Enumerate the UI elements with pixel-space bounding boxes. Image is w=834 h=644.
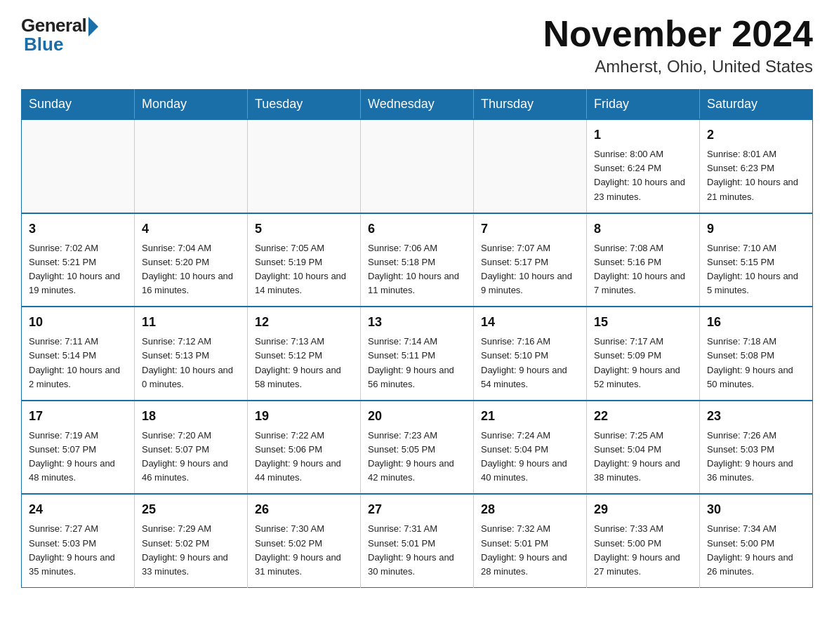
day-info: Sunrise: 7:31 AMSunset: 5:01 PMDaylight:…	[368, 522, 466, 579]
day-number: 2	[707, 126, 805, 145]
calendar-cell: 19Sunrise: 7:22 AMSunset: 5:06 PMDayligh…	[248, 401, 361, 495]
day-number: 30	[707, 500, 805, 519]
day-info: Sunrise: 7:04 AMSunset: 5:20 PMDaylight:…	[142, 241, 240, 298]
calendar-cell: 1Sunrise: 8:00 AMSunset: 6:24 PMDaylight…	[587, 119, 700, 213]
calendar-cell: 25Sunrise: 7:29 AMSunset: 5:02 PMDayligh…	[135, 494, 248, 587]
day-info: Sunrise: 7:19 AMSunset: 5:07 PMDaylight:…	[29, 429, 127, 485]
day-info: Sunrise: 7:33 AMSunset: 5:00 PMDaylight:…	[594, 522, 692, 579]
calendar-cell: 14Sunrise: 7:16 AMSunset: 5:10 PMDayligh…	[474, 307, 587, 401]
day-number: 10	[29, 313, 127, 332]
calendar-cell: 21Sunrise: 7:24 AMSunset: 5:04 PMDayligh…	[474, 401, 587, 495]
calendar-cell: 30Sunrise: 7:34 AMSunset: 5:00 PMDayligh…	[700, 494, 813, 587]
calendar-cell	[474, 119, 587, 213]
calendar-cell: 18Sunrise: 7:20 AMSunset: 5:07 PMDayligh…	[135, 401, 248, 495]
day-info: Sunrise: 8:00 AMSunset: 6:24 PMDaylight:…	[594, 147, 692, 204]
day-number: 6	[368, 220, 466, 239]
day-number: 18	[142, 407, 240, 426]
day-number: 23	[707, 407, 805, 426]
calendar-cell: 10Sunrise: 7:11 AMSunset: 5:14 PMDayligh…	[22, 307, 135, 401]
day-number: 20	[368, 407, 466, 426]
calendar-cell: 20Sunrise: 7:23 AMSunset: 5:05 PMDayligh…	[361, 401, 474, 495]
day-number: 12	[255, 313, 353, 332]
calendar-cell: 27Sunrise: 7:31 AMSunset: 5:01 PMDayligh…	[361, 494, 474, 587]
day-number: 14	[481, 313, 579, 332]
calendar-cell: 22Sunrise: 7:25 AMSunset: 5:04 PMDayligh…	[587, 401, 700, 495]
day-number: 24	[29, 500, 127, 519]
day-info: Sunrise: 7:22 AMSunset: 5:06 PMDaylight:…	[255, 429, 353, 485]
day-number: 5	[255, 220, 353, 239]
calendar-cell: 26Sunrise: 7:30 AMSunset: 5:02 PMDayligh…	[248, 494, 361, 587]
day-info: Sunrise: 7:30 AMSunset: 5:02 PMDaylight:…	[255, 522, 353, 579]
day-info: Sunrise: 7:14 AMSunset: 5:11 PMDaylight:…	[368, 335, 466, 391]
calendar-week-row: 10Sunrise: 7:11 AMSunset: 5:14 PMDayligh…	[22, 307, 813, 401]
day-info: Sunrise: 7:23 AMSunset: 5:05 PMDaylight:…	[368, 429, 466, 485]
day-info: Sunrise: 7:02 AMSunset: 5:21 PMDaylight:…	[29, 241, 127, 298]
day-info: Sunrise: 7:29 AMSunset: 5:02 PMDaylight:…	[142, 522, 240, 579]
calendar-week-row: 24Sunrise: 7:27 AMSunset: 5:03 PMDayligh…	[22, 494, 813, 587]
day-number: 27	[368, 500, 466, 519]
weekday-header-wednesday: Wednesday	[361, 90, 474, 120]
day-number: 25	[142, 500, 240, 519]
calendar-cell	[361, 119, 474, 213]
day-info: Sunrise: 7:20 AMSunset: 5:07 PMDaylight:…	[142, 429, 240, 485]
day-number: 19	[255, 407, 353, 426]
calendar-cell: 5Sunrise: 7:05 AMSunset: 5:19 PMDaylight…	[248, 213, 361, 307]
calendar-cell: 13Sunrise: 7:14 AMSunset: 5:11 PMDayligh…	[361, 307, 474, 401]
day-number: 29	[594, 500, 692, 519]
day-number: 15	[594, 313, 692, 332]
weekday-header-monday: Monday	[135, 90, 248, 120]
calendar-cell: 11Sunrise: 7:12 AMSunset: 5:13 PMDayligh…	[135, 307, 248, 401]
calendar-cell: 17Sunrise: 7:19 AMSunset: 5:07 PMDayligh…	[22, 401, 135, 495]
calendar-week-row: 3Sunrise: 7:02 AMSunset: 5:21 PMDaylight…	[22, 213, 813, 307]
calendar-week-row: 1Sunrise: 8:00 AMSunset: 6:24 PMDaylight…	[22, 119, 813, 213]
calendar-cell: 4Sunrise: 7:04 AMSunset: 5:20 PMDaylight…	[135, 213, 248, 307]
day-number: 28	[481, 500, 579, 519]
weekday-header-row: SundayMondayTuesdayWednesdayThursdayFrid…	[22, 90, 813, 120]
day-number: 16	[707, 313, 805, 332]
calendar-cell: 15Sunrise: 7:17 AMSunset: 5:09 PMDayligh…	[587, 307, 700, 401]
logo: General Blue	[21, 14, 98, 55]
page-header: General Blue November 2024 Amherst, Ohio…	[21, 14, 813, 76]
day-info: Sunrise: 7:27 AMSunset: 5:03 PMDaylight:…	[29, 522, 127, 579]
day-info: Sunrise: 7:32 AMSunset: 5:01 PMDaylight:…	[481, 522, 579, 579]
calendar-header: SundayMondayTuesdayWednesdayThursdayFrid…	[22, 90, 813, 120]
calendar-cell: 7Sunrise: 7:07 AMSunset: 5:17 PMDaylight…	[474, 213, 587, 307]
calendar-cell	[248, 119, 361, 213]
day-info: Sunrise: 7:17 AMSunset: 5:09 PMDaylight:…	[594, 335, 692, 391]
day-info: Sunrise: 7:26 AMSunset: 5:03 PMDaylight:…	[707, 429, 805, 485]
weekday-header-friday: Friday	[587, 90, 700, 120]
title-block: November 2024 Amherst, Ohio, United Stat…	[543, 14, 813, 76]
calendar-table: SundayMondayTuesdayWednesdayThursdayFrid…	[21, 89, 813, 588]
calendar-cell: 6Sunrise: 7:06 AMSunset: 5:18 PMDaylight…	[361, 213, 474, 307]
day-number: 4	[142, 220, 240, 239]
calendar-body: 1Sunrise: 8:00 AMSunset: 6:24 PMDaylight…	[22, 119, 813, 587]
calendar-week-row: 17Sunrise: 7:19 AMSunset: 5:07 PMDayligh…	[22, 401, 813, 495]
calendar-cell: 3Sunrise: 7:02 AMSunset: 5:21 PMDaylight…	[22, 213, 135, 307]
day-info: Sunrise: 7:11 AMSunset: 5:14 PMDaylight:…	[29, 335, 127, 391]
day-number: 22	[594, 407, 692, 426]
weekday-header-saturday: Saturday	[700, 90, 813, 120]
day-number: 21	[481, 407, 579, 426]
weekday-header-tuesday: Tuesday	[248, 90, 361, 120]
day-info: Sunrise: 7:24 AMSunset: 5:04 PMDaylight:…	[481, 429, 579, 485]
day-number: 3	[29, 220, 127, 239]
calendar-cell: 29Sunrise: 7:33 AMSunset: 5:00 PMDayligh…	[587, 494, 700, 587]
weekday-header-thursday: Thursday	[474, 90, 587, 120]
day-number: 26	[255, 500, 353, 519]
day-number: 13	[368, 313, 466, 332]
day-number: 17	[29, 407, 127, 426]
logo-general-text: General	[21, 15, 86, 36]
day-info: Sunrise: 7:12 AMSunset: 5:13 PMDaylight:…	[142, 335, 240, 391]
day-number: 1	[594, 126, 692, 145]
logo-arrow-icon	[88, 17, 98, 36]
day-info: Sunrise: 7:34 AMSunset: 5:00 PMDaylight:…	[707, 522, 805, 579]
day-info: Sunrise: 7:07 AMSunset: 5:17 PMDaylight:…	[481, 241, 579, 298]
day-info: Sunrise: 7:06 AMSunset: 5:18 PMDaylight:…	[368, 241, 466, 298]
day-info: Sunrise: 8:01 AMSunset: 6:23 PMDaylight:…	[707, 147, 805, 204]
calendar-cell: 16Sunrise: 7:18 AMSunset: 5:08 PMDayligh…	[700, 307, 813, 401]
day-info: Sunrise: 7:13 AMSunset: 5:12 PMDaylight:…	[255, 335, 353, 391]
calendar-cell: 23Sunrise: 7:26 AMSunset: 5:03 PMDayligh…	[700, 401, 813, 495]
day-info: Sunrise: 7:16 AMSunset: 5:10 PMDaylight:…	[481, 335, 579, 391]
day-number: 9	[707, 220, 805, 239]
calendar-cell: 9Sunrise: 7:10 AMSunset: 5:15 PMDaylight…	[700, 213, 813, 307]
